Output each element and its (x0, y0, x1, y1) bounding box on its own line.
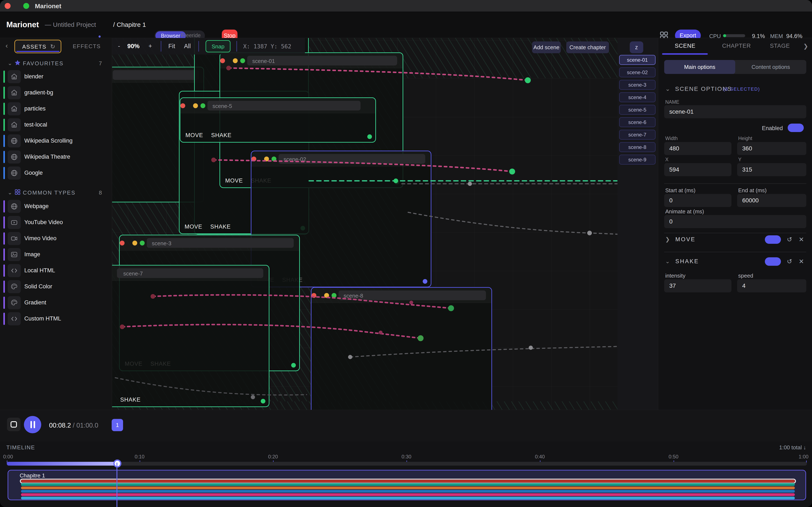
common-types-section-header[interactable]: ⌄ COMMON TYPES 8 (0, 188, 112, 197)
type-item-youtube-video[interactable]: YouTube Video (0, 214, 112, 230)
create-chapter-button[interactable]: Create chapter (566, 41, 609, 53)
move-section-header[interactable]: ❯MOVE (665, 236, 696, 243)
zorder-scene-3[interactable]: scene-3 (619, 80, 656, 90)
height-input[interactable]: 360 (737, 142, 806, 155)
speed-input[interactable]: 4 (737, 279, 806, 292)
asset-item-wikipedia-scrolling[interactable]: Wikipedia Scrolling (0, 133, 112, 149)
move-toggle[interactable] (765, 235, 781, 244)
chapter-block[interactable]: Chapitre 1 (8, 470, 806, 500)
name-input[interactable]: scene-01 (664, 105, 806, 118)
fit-button[interactable]: Fit (168, 43, 175, 50)
zorder-scene-8[interactable]: scene-8 (619, 142, 656, 152)
favourites-section-header[interactable]: ⌄ FAVOURITES 7 (0, 59, 112, 68)
scene-window-scene-7[interactable]: scene-7 MOVESHAKE (112, 265, 269, 407)
zorder-scene-6[interactable]: scene-6 (619, 117, 656, 127)
project-name[interactable]: — Untitled Project (45, 21, 96, 28)
resize-handle-dot[interactable] (423, 279, 427, 284)
zoom-level[interactable]: 90% (127, 43, 140, 50)
zorder-scene-7[interactable]: scene-7 (619, 130, 656, 139)
move-badge: MOVE (112, 397, 112, 403)
all-button[interactable]: All (184, 43, 191, 50)
resize-handle-dot[interactable] (291, 363, 296, 368)
end-at-input[interactable]: 60000 (737, 194, 806, 207)
pause-button[interactable] (24, 416, 41, 433)
playhead-knob[interactable] (113, 459, 121, 467)
width-input[interactable]: 480 (664, 142, 731, 155)
chevron-right-icon[interactable]: ❯ (803, 43, 808, 50)
resize-handle-dot[interactable] (261, 399, 265, 403)
y-input[interactable]: 315 (737, 163, 806, 176)
breadcrumb-chapter[interactable]: / Chapitre 1 (113, 21, 146, 28)
zorder-scene-01[interactable]: scene-01 (619, 55, 656, 65)
intensity-input[interactable]: 37 (664, 279, 731, 292)
type-item-gradient[interactable]: Gradient (0, 295, 112, 311)
main-options-segment[interactable]: Main options (664, 60, 735, 74)
asset-item-gradient-bg[interactable]: gradient-bg (0, 85, 112, 101)
shake-section-header[interactable]: ⌄SHAKE (665, 258, 699, 265)
zorder-scene-4[interactable]: scene-4 (619, 92, 656, 102)
scene-window-scene-5[interactable]: scene-5 MOVESHAKE (180, 97, 376, 143)
type-item-webpage[interactable]: Webpage (0, 199, 112, 214)
remove-effect-icon[interactable]: ✕ (799, 236, 804, 243)
chapter-counter-button[interactable]: 1 (112, 419, 123, 431)
zorder-scene-9[interactable]: scene-9 (619, 155, 656, 165)
type-item-vimeo-video[interactable]: Vimeo Video (0, 230, 112, 246)
refresh-icon[interactable]: ↻ (50, 43, 55, 50)
timeline-progress-fill (7, 462, 117, 466)
app-window: Marionet Marionet — Untitled Project / C… (0, 0, 812, 507)
window-title: Marionet (35, 3, 61, 10)
zoom-out-button[interactable]: - (118, 43, 120, 50)
inspector-panel: SCENE CHAPTER STAGE ❯ Main options Conte… (658, 38, 812, 410)
asset-item-blender[interactable]: blender (0, 69, 112, 85)
mode-freeride-tab[interactable]: Freeride (181, 32, 201, 39)
selected-count-badge: (6 SELECTED) (723, 87, 760, 92)
enabled-toggle[interactable] (788, 124, 804, 132)
tab-scene[interactable]: SCENE (675, 43, 696, 49)
timeline-scrubber-track[interactable] (7, 462, 807, 466)
tab-assets[interactable]: ASSETS ↻ (14, 40, 61, 53)
scene-track-bar[interactable] (21, 490, 795, 493)
asset-item-wikipedia-theatre[interactable]: Wikipedia Theatre (0, 149, 112, 165)
reset-icon[interactable]: ↺ (787, 258, 792, 265)
zorder-button[interactable]: z (630, 41, 643, 53)
stop-playback-button[interactable] (7, 418, 20, 431)
remove-effect-icon[interactable]: ✕ (799, 258, 804, 265)
stage-canvas[interactable]: MOVESHAKE scene-01 MOVESHAKE scene-5 (112, 38, 658, 410)
scene-zoom-icon (140, 241, 145, 245)
type-item-local-html[interactable]: Local HTML (0, 263, 112, 279)
zorder-scene-5[interactable]: scene-5 (619, 105, 656, 115)
zorder-scene-02[interactable]: scene-02 (619, 67, 656, 77)
scene-minimize-icon (324, 293, 329, 298)
tab-effects[interactable]: EFFECTS (73, 43, 101, 50)
snap-toggle-button[interactable]: Snap (206, 40, 231, 52)
zoom-in-button[interactable]: + (148, 43, 152, 50)
resize-handle-dot[interactable] (367, 134, 372, 139)
scene-track-bar[interactable] (21, 480, 795, 483)
scene-window-scene-8[interactable]: scene-8 (311, 287, 492, 410)
add-scene-button[interactable]: Add scene (532, 41, 561, 53)
scene-options-header[interactable]: ⌄SCENE OPTIONS (665, 86, 732, 92)
content-options-segment[interactable]: Content options (735, 60, 806, 74)
scene-track-bar[interactable] (21, 483, 795, 486)
type-item-custom-html[interactable]: Custom HTML (0, 311, 112, 327)
accent-bar (3, 216, 5, 229)
reset-icon[interactable]: ↺ (787, 236, 792, 243)
start-at-input[interactable]: 0 (664, 194, 731, 207)
minimize-window-button[interactable] (0, 3, 6, 9)
asset-item-test-local[interactable]: test-local (0, 117, 112, 133)
zoom-window-button[interactable] (23, 3, 29, 9)
type-item-solid-color[interactable]: Solid Color (0, 279, 112, 295)
type-item-image[interactable]: Image (0, 246, 112, 263)
tab-chapter[interactable]: CHAPTER (722, 43, 751, 49)
scene-track-bar[interactable] (21, 493, 795, 496)
asset-item-particles[interactable]: particles (0, 101, 112, 117)
asset-item-google[interactable]: Google (0, 165, 112, 181)
playhead-line[interactable] (116, 463, 117, 507)
tab-stage[interactable]: STAGE (770, 43, 790, 49)
animate-at-input[interactable]: 0 (664, 215, 806, 228)
scene-track-bar[interactable] (21, 497, 795, 499)
scene-track-bar[interactable] (21, 487, 795, 489)
collapse-sidebar-icon[interactable]: ‹ (5, 41, 8, 50)
shake-toggle[interactable] (765, 257, 781, 266)
x-input[interactable]: 594 (664, 163, 731, 176)
